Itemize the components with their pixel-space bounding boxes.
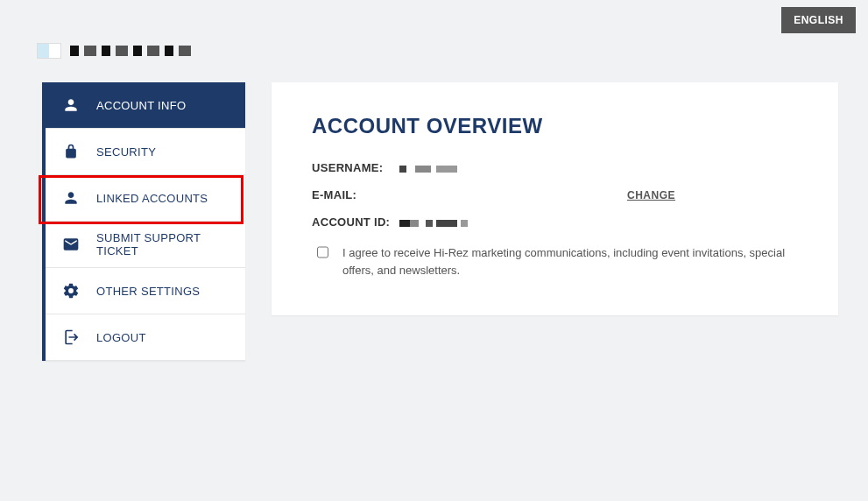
- logo-icon: [37, 43, 61, 59]
- sidebar-item-logout[interactable]: LOGOUT: [46, 314, 245, 361]
- marketing-consent-text: I agree to receive Hi-Rez marketing comm…: [342, 244, 798, 279]
- account-id-row: ACCOUNT ID:: [312, 215, 798, 229]
- page-title: ACCOUNT OVERVIEW: [312, 114, 798, 138]
- person-icon: [61, 95, 81, 115]
- sidebar-item-linked-accounts[interactable]: LINKED ACCOUNTS: [46, 175, 245, 222]
- username-value: [399, 161, 487, 174]
- sidebar-item-security[interactable]: SECURITY: [46, 129, 245, 175]
- logo-text-redacted: [70, 46, 193, 56]
- lock-icon: [61, 142, 81, 161]
- email-label: E-MAIL:: [312, 188, 399, 201]
- email-row: E-MAIL: CHANGE: [312, 188, 798, 201]
- language-button[interactable]: ENGLISH: [781, 7, 856, 33]
- sidebar: ACCOUNT INFO SECURITY LINKED ACCOUNTS SU…: [42, 82, 245, 361]
- logo: [37, 42, 194, 60]
- change-email-link[interactable]: CHANGE: [627, 189, 675, 201]
- account-id-value: [399, 215, 487, 229]
- person-icon: [61, 188, 81, 208]
- sidebar-item-label: OTHER SETTINGS: [96, 285, 200, 298]
- mail-icon: [61, 235, 81, 254]
- username-row: USERNAME:: [312, 161, 798, 174]
- sidebar-item-account-info[interactable]: ACCOUNT INFO: [46, 82, 245, 129]
- username-label: USERNAME:: [312, 161, 399, 174]
- main-panel: ACCOUNT OVERVIEW USERNAME: E-MAIL: CHANG…: [272, 82, 838, 315]
- account-id-label: ACCOUNT ID:: [312, 215, 399, 229]
- gear-icon: [61, 281, 81, 300]
- marketing-consent-row: I agree to receive Hi-Rez marketing comm…: [312, 244, 798, 279]
- sidebar-item-support-ticket[interactable]: SUBMIT SUPPORT TICKET: [46, 222, 245, 268]
- sidebar-item-label: SUBMIT SUPPORT TICKET: [96, 231, 229, 258]
- sidebar-item-label: LINKED ACCOUNTS: [96, 192, 208, 205]
- marketing-consent-checkbox[interactable]: [317, 246, 328, 258]
- logout-icon: [61, 328, 81, 347]
- sidebar-item-label: SECURITY: [96, 145, 156, 159]
- sidebar-item-label: LOGOUT: [96, 331, 146, 344]
- sidebar-item-other-settings[interactable]: OTHER SETTINGS: [46, 268, 245, 314]
- sidebar-item-label: ACCOUNT INFO: [96, 99, 186, 112]
